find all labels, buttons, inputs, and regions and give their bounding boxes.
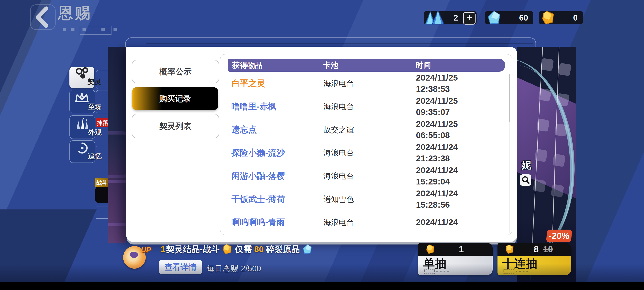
cell-timestamp: 2024/11/2506:55:08 (416, 118, 458, 141)
currency-value: 0 (573, 11, 578, 24)
offer-count: 1 (160, 244, 165, 254)
hidden-banner-tile (96, 90, 109, 113)
cell-pool-name: 故交之谊 (324, 124, 354, 135)
cell-pool-name: 海浪电台 (324, 101, 354, 112)
ten-pull-cost: 8 10 (498, 243, 571, 256)
cell-pool-name: 海浪电台 (324, 171, 354, 181)
currency-value: 2 (454, 11, 458, 24)
menu-spirit-list-button[interactable]: 契灵列表 (132, 114, 219, 138)
table-scrollbar[interactable] (509, 74, 510, 233)
offer-name: 契灵结晶-战斗 (166, 244, 220, 255)
sidebar-tab-zhuiyi[interactable]: 追忆 (70, 140, 95, 163)
cell-pool-name: 海浪电台 (324, 78, 354, 88)
battle-tag: 战斗 (96, 178, 109, 187)
add-currency-button[interactable]: + (463, 12, 476, 25)
table-row: 遗忘点故交之谊2024/11/2506:55:08 (220, 118, 512, 141)
cell-pool-name: 海浪电台 (324, 217, 354, 227)
cell-pool-name: 遥知雪色 (324, 194, 354, 204)
table-header: 获得物品 卡池 时间 (228, 59, 505, 72)
page-title: 恩赐 (58, 3, 92, 24)
up-badge: UP (141, 246, 151, 254)
prism-crystals-icon (425, 10, 445, 25)
cell-item-name: 闲游小鼬-落樱 (232, 170, 285, 182)
banner-offer-text: 1 契灵结晶-战斗 仅需 80 碎裂原晶 (160, 244, 312, 254)
table-row: 探险小獭-流沙海浪电台2024/11/2421:23:38 (220, 141, 512, 164)
origin-crystal-icon (487, 11, 501, 25)
cell-pool-name: 海浪电台 (324, 148, 354, 158)
offer-price: 80 (254, 244, 264, 254)
gold-nugget-icon (222, 244, 232, 254)
discount-badge: -20% (546, 230, 572, 242)
game-screen: 恩赐 2 + 60 (0, 0, 644, 290)
sidebar-tab-label: 外观 (82, 128, 107, 137)
currency-prism-shards[interactable]: 2 + (424, 11, 476, 24)
hidden-panel-corner (96, 206, 109, 219)
ten-pull-price: 8 (534, 244, 538, 254)
art-film-squares (540, 58, 554, 71)
origin-crystal-icon (302, 244, 312, 254)
cell-item-name: 白垩之灵 (232, 78, 265, 89)
hidden-banner-tile (96, 146, 109, 180)
col-header-time: 时间 (416, 59, 431, 72)
back-button[interactable] (32, 6, 54, 28)
hidden-banner-tile (96, 70, 109, 89)
cell-timestamp: 2024/11/2421:23:38 (416, 142, 458, 164)
cell-timestamp: 2024/11/2512:38:53 (416, 72, 458, 95)
drop-rate-badge: 掉落 (96, 118, 109, 127)
single-pull-cost: 1 (418, 243, 493, 256)
cell-timestamp: 2024/11/24 (416, 217, 458, 228)
col-header-item: 获得物品 (232, 59, 263, 72)
menu-probability-button[interactable]: 概率公示 (132, 60, 219, 83)
sidebar-tab-qiling[interactable]: 契灵 (70, 67, 94, 88)
purchase-table: 获得物品 卡池 时间 白垩之灵海浪电台2024/11/2512:38:53噜噜里… (220, 54, 512, 235)
dialog-left-shadow (108, 47, 126, 243)
ten-pull-original-price: 10 (543, 244, 553, 254)
cell-item-name: 遗忘点 (232, 124, 257, 135)
character-name: 阝妮 (517, 159, 531, 172)
bottom-fade (0, 264, 644, 282)
cell-item-name: 探险小獭-流沙 (232, 147, 285, 158)
currency-value: 60 (519, 11, 528, 24)
table-row: 白垩之灵海浪电台2024/11/2512:38:53 (220, 72, 512, 95)
menu-purchase-record-button[interactable]: 购买记录 (132, 87, 218, 110)
purchase-record-dialog: 概率公示 购买记录 契灵列表 获得物品 卡池 时间 白垩之灵海浪电台2024/1… (126, 47, 517, 242)
avatar-art (130, 252, 138, 258)
table-row: 噜噜里-赤枫海浪电台2024/11/2509:35:07 (220, 95, 512, 118)
offer-mid: 仅需 (235, 244, 252, 255)
gold-nugget-icon (505, 244, 514, 254)
sidebar-tab-waiguan[interactable]: 外观 (70, 115, 95, 139)
single-pull-price: 1 (459, 244, 464, 254)
cell-timestamp: 2024/11/2509:35:07 (416, 95, 458, 118)
magnifier-icon (520, 174, 531, 186)
cell-timestamp: 2024/11/2415:28:56 (416, 188, 458, 210)
hidden-thumbnail (96, 187, 109, 203)
letterbox-bar (0, 282, 644, 290)
currency-origin-crystal[interactable]: 60 (485, 11, 533, 24)
cell-timestamp: 2024/11/2415:29:04 (416, 165, 458, 187)
table-row: 啊呜啊呜-青雨海浪电台2024/11/24 (220, 211, 512, 234)
col-header-pool: 卡池 (323, 59, 338, 72)
cell-item-name: 干饭武士-薄荷 (232, 193, 285, 205)
cell-item-name: 噜噜里-赤枫 (232, 101, 276, 112)
magnifier-button[interactable] (520, 174, 531, 186)
table-row: 干饭武士-薄荷遥知雪色2024/11/2415:28:56 (220, 187, 512, 211)
gold-nugget-icon (426, 244, 435, 254)
banner-frame-line (146, 43, 533, 44)
scrollbar-thumb[interactable] (509, 74, 510, 122)
sidebar-tab-zhizhen[interactable]: 至臻 (70, 90, 95, 113)
gold-nugget-icon (541, 11, 555, 25)
table-row: 闲游小鼬-落樱海浪电台2024/11/2415:29:04 (220, 164, 512, 187)
chevron-left-icon (32, 6, 54, 28)
offer-suffix: 碎裂原晶 (266, 244, 300, 255)
currency-gold-nugget[interactable]: 0 (539, 11, 583, 24)
cell-item-name: 啊呜啊呜-青雨 (232, 217, 285, 228)
table-rows: 白垩之灵海浪电台2024/11/2512:38:53噜噜里-赤枫海浪电台2024… (220, 72, 512, 235)
